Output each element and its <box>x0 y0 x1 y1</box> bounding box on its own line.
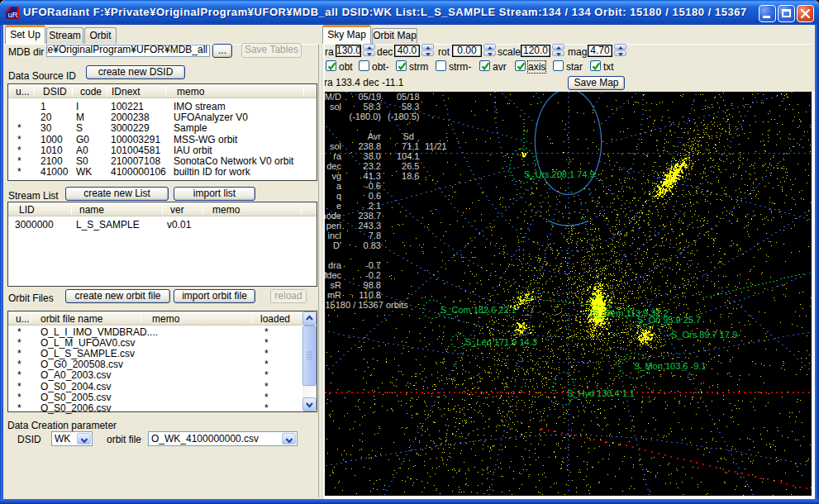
svg-text:98.8: 98.8 <box>364 280 381 290</box>
svg-text:a: a <box>336 181 342 191</box>
svg-text:41.3: 41.3 <box>364 171 381 181</box>
svg-text:-0.6: -0.6 <box>365 181 381 191</box>
svg-text:05/19: 05/19 <box>358 92 381 102</box>
svg-text:238.7: 238.7 <box>358 211 381 221</box>
svg-text:-0.7: -0.7 <box>365 260 381 270</box>
svg-text:dra: dra <box>328 260 342 270</box>
svg-text:S_Leo 171.9 14.3: S_Leo 171.9 14.3 <box>465 337 537 347</box>
svg-text:sol: sol <box>330 141 341 151</box>
svg-text:(-180.5): (-180.5) <box>388 112 420 121</box>
svg-text:05/18: 05/18 <box>397 92 420 102</box>
svg-text:e: e <box>336 201 341 211</box>
svg-text:110.8: 110.8 <box>359 290 381 300</box>
svg-text:S_Mon 103.6 -9.1: S_Mon 103.6 -9.1 <box>634 361 706 371</box>
svg-text:2.1: 2.1 <box>369 201 381 211</box>
svg-text:15180 / 15367 orbits: 15180 / 15367 orbits <box>326 300 409 310</box>
svg-text:38.0: 38.0 <box>364 151 381 161</box>
svg-text:-0.2: -0.2 <box>365 270 381 280</box>
svg-text:7.8: 7.8 <box>369 231 381 240</box>
svg-text:dec: dec <box>326 161 341 171</box>
svg-text:S_Ors 89.7 17.9: S_Ors 89.7 17.9 <box>671 330 737 340</box>
svg-text:58.3: 58.3 <box>364 102 381 112</box>
svg-text:26.5: 26.5 <box>402 161 419 171</box>
svg-text:11/21: 11/21 <box>425 141 447 151</box>
svg-text:M/D: M/D <box>325 92 341 102</box>
svg-text:58.3: 58.3 <box>402 102 419 112</box>
svg-text:uR: uR <box>8 10 18 19</box>
svg-text:(-180.0): (-180.0) <box>349 112 381 121</box>
svg-text:q: q <box>336 191 341 201</box>
svg-text:sol: sol <box>330 102 341 112</box>
svg-text:peri: peri <box>326 221 341 231</box>
svg-text:Avr: Avr <box>368 131 382 141</box>
svg-text:Sd: Sd <box>403 131 414 141</box>
svg-text:S_Urs 208.1 74.9: S_Urs 208.1 74.9 <box>524 169 595 179</box>
svg-text:ddec: ddec <box>325 270 341 280</box>
svg-text:node: node <box>325 211 341 221</box>
svg-text:vg: vg <box>331 171 341 181</box>
svg-text:71.1: 71.1 <box>402 141 419 151</box>
svg-text:0.6: 0.6 <box>369 191 381 201</box>
svg-text:mR: mR <box>327 290 341 300</box>
svg-text:S_Hyd 130.4 1.1: S_Hyd 130.4 1.1 <box>567 388 635 398</box>
svg-text:ra: ra <box>333 151 342 161</box>
svg-text:S_Com 182.6 22.1: S_Com 182.6 22.1 <box>440 305 517 315</box>
svg-text:238.8: 238.8 <box>358 141 381 151</box>
svg-text:S_Ori 95.9 25.7: S_Ori 95.9 25.7 <box>637 315 701 325</box>
svg-text:243.3: 243.3 <box>358 221 381 231</box>
svg-text:0.83: 0.83 <box>364 240 381 250</box>
svg-text:104.1: 104.1 <box>397 151 420 161</box>
svg-text:sR: sR <box>331 280 342 290</box>
svg-text:incl: incl <box>327 231 341 240</box>
svg-text:23.2: 23.2 <box>364 161 381 171</box>
svg-text:D': D' <box>333 240 341 250</box>
svg-text:18.6: 18.6 <box>402 171 419 181</box>
